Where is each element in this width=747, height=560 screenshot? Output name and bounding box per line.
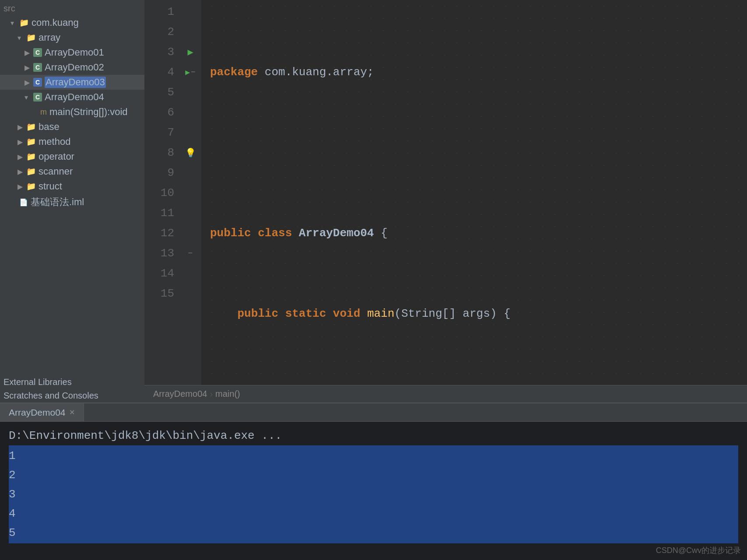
console-tab-label: ArrayDemo04 — [9, 407, 66, 418]
line-num-13: 13 — [144, 243, 174, 263]
console-out-4: 4 — [9, 504, 738, 523]
sidebar-item-label: main(String[]):void — [49, 106, 128, 118]
sidebar-item-label: base — [39, 121, 60, 133]
console-exec-line: D:\Environment\jdk8\jdk\bin\java.exe ... — [9, 426, 738, 445]
breadcrumb-file[interactable]: ArrayDemo04 — [153, 389, 207, 399]
folder-icon: 📁 — [26, 152, 36, 161]
sidebar-item-base[interactable]: ▶ 📁 base — [0, 119, 144, 134]
line-numbers: 1 2 3 4 5 6 7 8 9 10 11 12 13 14 15 — [144, 0, 179, 385]
sidebar-item-ArrayDemo03[interactable]: ▶ C ArrayDemo03 — [0, 75, 144, 90]
class-icon: C — [33, 93, 42, 102]
console-out-3: 3 — [9, 485, 738, 504]
expand-arrow: ▶ — [25, 63, 31, 72]
sidebar-item-ArrayDemo01[interactable]: ▶ C ArrayDemo01 — [0, 45, 144, 60]
gutter-7 — [179, 122, 201, 143]
expand-arrow: ▶ — [25, 78, 31, 87]
sidebar-item-label: method — [39, 136, 70, 147]
code-content[interactable]: package com.kuang.array; public class Ar… — [201, 0, 747, 385]
expand-arrow: ▶ — [18, 182, 24, 191]
gutter-1 — [179, 2, 201, 22]
sidebar-item-label: com.kuang — [32, 17, 79, 28]
code-line-3: public class ArrayDemo04 { — [210, 223, 747, 243]
expand-arrow: ▾ — [18, 34, 24, 42]
method-icon: m — [40, 108, 47, 117]
console-content[interactable]: D:\Environment\jdk8\jdk\bin\java.exe ...… — [0, 422, 747, 560]
sidebar: src ▾ 📁 com.kuang ▾ 📁 array ▶ C ArrayDem… — [0, 0, 144, 402]
sidebar-item-label: 基础语法.iml — [31, 196, 84, 209]
console-tab-arraydemo04[interactable]: ArrayDemo04 ✕ — [0, 403, 84, 421]
sidebar-item-main[interactable]: ▶ m main(String[]):void — [0, 105, 144, 119]
gutter-15 — [179, 284, 201, 304]
gutter-4[interactable]: ▶ − — [179, 62, 201, 82]
gutter-11 — [179, 203, 201, 223]
folder-icon: 📁 — [26, 122, 36, 132]
gutter-14 — [179, 263, 201, 284]
expand-arrow: ▾ — [25, 93, 31, 102]
sidebar-item-ArrayDemo02[interactable]: ▶ C ArrayDemo02 — [0, 60, 144, 75]
line-num-1: 1 — [144, 2, 174, 22]
close-tab-icon[interactable]: ✕ — [69, 408, 75, 416]
line-num-9: 9 — [144, 163, 174, 183]
sidebar-item-label: ArrayDemo02 — [45, 62, 104, 73]
line-num-11: 11 — [144, 203, 174, 223]
sidebar-item-label: ArrayDemo04 — [45, 91, 104, 103]
bulb-icon[interactable]: 💡 — [185, 147, 196, 158]
line-num-3: 3 — [144, 42, 174, 62]
src-label: src — [0, 2, 144, 15]
sidebar-item-scratches[interactable]: Scratches and Consoles — [0, 389, 144, 402]
sidebar-item-label: ArrayDemo03 — [45, 77, 106, 88]
code-line-2 — [210, 143, 747, 163]
line-num-2: 2 — [144, 22, 174, 42]
class-icon: C — [33, 48, 42, 57]
expand-arrow: ▶ — [25, 49, 31, 57]
folder-icon: 📁 — [26, 182, 36, 191]
sidebar-item-iml[interactable]: ▶ 📄 基础语法.iml — [0, 194, 144, 210]
gutter-13[interactable]: − — [179, 243, 201, 263]
sidebar-item-struct[interactable]: ▶ 📁 struct — [0, 179, 144, 194]
gutter-6 — [179, 102, 201, 122]
sidebar-item-label: operator — [39, 151, 74, 162]
code-area[interactable]: 1 2 3 4 5 6 7 8 9 10 11 12 13 14 15 — [144, 0, 747, 385]
expand-arrow: ▶ — [18, 153, 24, 161]
gutter-10 — [179, 183, 201, 203]
class-icon: C — [33, 63, 42, 72]
gutter: ▶ ▶ − 💡 − — [179, 0, 201, 385]
editor: 1 2 3 4 5 6 7 8 9 10 11 12 13 14 15 — [144, 0, 747, 402]
sidebar-item-label: ArrayDemo01 — [45, 47, 104, 58]
iml-icon: 📄 — [19, 198, 28, 206]
sidebar-item-external-libs[interactable]: External Libraries — [0, 375, 144, 389]
gutter-3[interactable]: ▶ — [179, 42, 201, 62]
line-num-12: 12 — [144, 223, 174, 243]
line-num-4: 4 — [144, 62, 174, 82]
gutter-9 — [179, 163, 201, 183]
sidebar-item-label: array — [39, 32, 60, 43]
line-num-14: 14 — [144, 263, 174, 284]
sidebar-item-operator[interactable]: ▶ 📁 operator — [0, 149, 144, 164]
line-num-8: 8 — [144, 143, 174, 163]
watermark: CSDN@Cwv的进步记录 — [656, 545, 741, 556]
console-area: ArrayDemo04 ✕ D:\Environment\jdk8\jdk\bi… — [0, 402, 747, 560]
fold-icon[interactable]: − — [191, 68, 196, 77]
run-icon[interactable]: ▶ — [187, 46, 193, 58]
sidebar-item-ArrayDemo04[interactable]: ▾ C ArrayDemo04 — [0, 90, 144, 105]
breadcrumb-sep: › — [210, 389, 213, 399]
console-output-area: 1 2 3 4 5 — [9, 445, 738, 543]
sidebar-item-method[interactable]: ▶ 📁 method — [0, 134, 144, 149]
expand-arrow: ▶ — [18, 138, 24, 146]
gutter-8[interactable]: 💡 — [179, 143, 201, 163]
sidebar-item-label: scanner — [39, 166, 73, 177]
sidebar-item-scanner[interactable]: ▶ 📁 scanner — [0, 164, 144, 179]
run-icon-2[interactable]: ▶ — [185, 67, 190, 77]
breadcrumb-method[interactable]: main() — [215, 389, 240, 399]
line-num-6: 6 — [144, 102, 174, 122]
fold-icon-2[interactable]: − — [188, 249, 193, 258]
code-line-1: package com.kuang.array; — [210, 62, 747, 82]
console-tab-bar: ArrayDemo04 ✕ — [0, 403, 747, 422]
folder-icon: 📁 — [26, 33, 36, 42]
sidebar-item-com-kuang[interactable]: ▾ 📁 com.kuang — [0, 15, 144, 30]
sidebar-item-array[interactable]: ▾ 📁 array — [0, 30, 144, 45]
expand-arrow: ▶ — [18, 123, 24, 131]
folder-icon: 📁 — [19, 18, 29, 28]
gutter-5 — [179, 82, 201, 102]
class-icon: C — [33, 78, 42, 87]
